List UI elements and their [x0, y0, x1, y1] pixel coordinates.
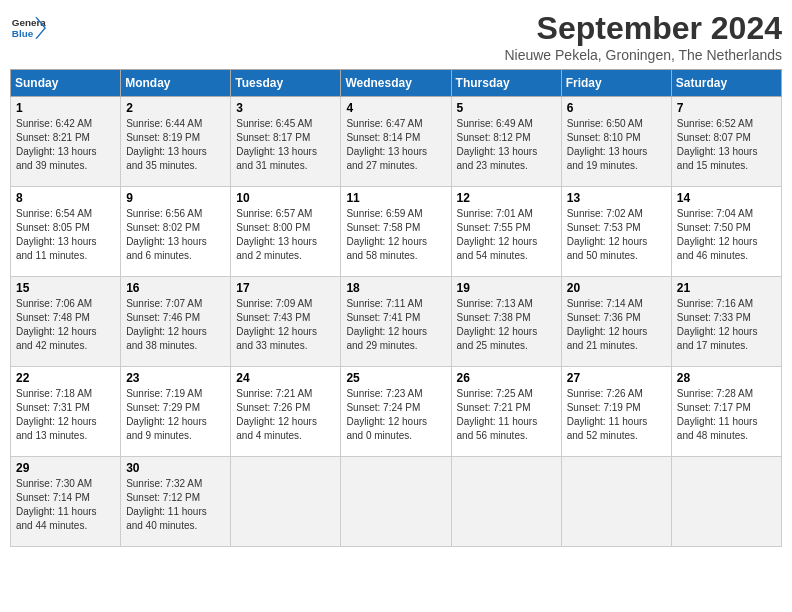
col-saturday: Saturday — [671, 70, 781, 97]
day-info: Sunrise: 7:09 AM Sunset: 7:43 PM Dayligh… — [236, 297, 335, 353]
calendar-cell: 6Sunrise: 6:50 AM Sunset: 8:10 PM Daylig… — [561, 97, 671, 187]
day-info: Sunrise: 6:59 AM Sunset: 7:58 PM Dayligh… — [346, 207, 445, 263]
day-info: Sunrise: 6:45 AM Sunset: 8:17 PM Dayligh… — [236, 117, 335, 173]
calendar-cell: 19Sunrise: 7:13 AM Sunset: 7:38 PM Dayli… — [451, 277, 561, 367]
day-info: Sunrise: 7:28 AM Sunset: 7:17 PM Dayligh… — [677, 387, 776, 443]
day-number: 14 — [677, 191, 776, 205]
day-number: 1 — [16, 101, 115, 115]
day-info: Sunrise: 6:52 AM Sunset: 8:07 PM Dayligh… — [677, 117, 776, 173]
calendar-cell: 21Sunrise: 7:16 AM Sunset: 7:33 PM Dayli… — [671, 277, 781, 367]
day-info: Sunrise: 6:49 AM Sunset: 8:12 PM Dayligh… — [457, 117, 556, 173]
col-monday: Monday — [121, 70, 231, 97]
day-number: 19 — [457, 281, 556, 295]
day-number: 8 — [16, 191, 115, 205]
calendar-week-row: 1Sunrise: 6:42 AM Sunset: 8:21 PM Daylig… — [11, 97, 782, 187]
day-info: Sunrise: 6:47 AM Sunset: 8:14 PM Dayligh… — [346, 117, 445, 173]
calendar-cell: 26Sunrise: 7:25 AM Sunset: 7:21 PM Dayli… — [451, 367, 561, 457]
calendar-cell: 10Sunrise: 6:57 AM Sunset: 8:00 PM Dayli… — [231, 187, 341, 277]
calendar-cell: 20Sunrise: 7:14 AM Sunset: 7:36 PM Dayli… — [561, 277, 671, 367]
day-number: 28 — [677, 371, 776, 385]
calendar-week-row: 22Sunrise: 7:18 AM Sunset: 7:31 PM Dayli… — [11, 367, 782, 457]
day-info: Sunrise: 7:26 AM Sunset: 7:19 PM Dayligh… — [567, 387, 666, 443]
col-wednesday: Wednesday — [341, 70, 451, 97]
day-number: 4 — [346, 101, 445, 115]
calendar-cell: 24Sunrise: 7:21 AM Sunset: 7:26 PM Dayli… — [231, 367, 341, 457]
day-info: Sunrise: 7:11 AM Sunset: 7:41 PM Dayligh… — [346, 297, 445, 353]
day-info: Sunrise: 7:07 AM Sunset: 7:46 PM Dayligh… — [126, 297, 225, 353]
calendar-cell: 11Sunrise: 6:59 AM Sunset: 7:58 PM Dayli… — [341, 187, 451, 277]
day-number: 11 — [346, 191, 445, 205]
calendar-week-row: 15Sunrise: 7:06 AM Sunset: 7:48 PM Dayli… — [11, 277, 782, 367]
calendar-cell: 8Sunrise: 6:54 AM Sunset: 8:05 PM Daylig… — [11, 187, 121, 277]
calendar-cell: 5Sunrise: 6:49 AM Sunset: 8:12 PM Daylig… — [451, 97, 561, 187]
calendar-cell: 12Sunrise: 7:01 AM Sunset: 7:55 PM Dayli… — [451, 187, 561, 277]
calendar-cell: 25Sunrise: 7:23 AM Sunset: 7:24 PM Dayli… — [341, 367, 451, 457]
svg-text:Blue: Blue — [12, 28, 34, 39]
day-number: 29 — [16, 461, 115, 475]
calendar-cell: 15Sunrise: 7:06 AM Sunset: 7:48 PM Dayli… — [11, 277, 121, 367]
day-info: Sunrise: 6:54 AM Sunset: 8:05 PM Dayligh… — [16, 207, 115, 263]
day-number: 26 — [457, 371, 556, 385]
day-number: 7 — [677, 101, 776, 115]
calendar-cell: 16Sunrise: 7:07 AM Sunset: 7:46 PM Dayli… — [121, 277, 231, 367]
subtitle: Nieuwe Pekela, Groningen, The Netherland… — [504, 47, 782, 63]
day-info: Sunrise: 7:06 AM Sunset: 7:48 PM Dayligh… — [16, 297, 115, 353]
day-number: 16 — [126, 281, 225, 295]
logo: General Blue — [10, 10, 46, 46]
day-info: Sunrise: 6:50 AM Sunset: 8:10 PM Dayligh… — [567, 117, 666, 173]
calendar-cell: 13Sunrise: 7:02 AM Sunset: 7:53 PM Dayli… — [561, 187, 671, 277]
logo-icon: General Blue — [10, 10, 46, 46]
calendar-cell: 30Sunrise: 7:32 AM Sunset: 7:12 PM Dayli… — [121, 457, 231, 547]
day-number: 21 — [677, 281, 776, 295]
day-number: 9 — [126, 191, 225, 205]
day-info: Sunrise: 7:04 AM Sunset: 7:50 PM Dayligh… — [677, 207, 776, 263]
calendar-cell: 4Sunrise: 6:47 AM Sunset: 8:14 PM Daylig… — [341, 97, 451, 187]
day-info: Sunrise: 7:25 AM Sunset: 7:21 PM Dayligh… — [457, 387, 556, 443]
day-number: 25 — [346, 371, 445, 385]
day-number: 20 — [567, 281, 666, 295]
calendar-header-row: Sunday Monday Tuesday Wednesday Thursday… — [11, 70, 782, 97]
calendar-cell: 1Sunrise: 6:42 AM Sunset: 8:21 PM Daylig… — [11, 97, 121, 187]
calendar-cell: 9Sunrise: 6:56 AM Sunset: 8:02 PM Daylig… — [121, 187, 231, 277]
calendar-week-row: 8Sunrise: 6:54 AM Sunset: 8:05 PM Daylig… — [11, 187, 782, 277]
day-number: 3 — [236, 101, 335, 115]
day-number: 13 — [567, 191, 666, 205]
col-thursday: Thursday — [451, 70, 561, 97]
calendar-cell: 18Sunrise: 7:11 AM Sunset: 7:41 PM Dayli… — [341, 277, 451, 367]
day-number: 2 — [126, 101, 225, 115]
calendar-cell: 29Sunrise: 7:30 AM Sunset: 7:14 PM Dayli… — [11, 457, 121, 547]
calendar-cell — [561, 457, 671, 547]
title-area: September 2024 Nieuwe Pekela, Groningen,… — [504, 10, 782, 63]
calendar-cell: 22Sunrise: 7:18 AM Sunset: 7:31 PM Dayli… — [11, 367, 121, 457]
calendar-cell: 3Sunrise: 6:45 AM Sunset: 8:17 PM Daylig… — [231, 97, 341, 187]
day-info: Sunrise: 7:32 AM Sunset: 7:12 PM Dayligh… — [126, 477, 225, 533]
calendar-cell: 2Sunrise: 6:44 AM Sunset: 8:19 PM Daylig… — [121, 97, 231, 187]
day-number: 15 — [16, 281, 115, 295]
day-info: Sunrise: 7:18 AM Sunset: 7:31 PM Dayligh… — [16, 387, 115, 443]
day-info: Sunrise: 6:42 AM Sunset: 8:21 PM Dayligh… — [16, 117, 115, 173]
calendar-cell — [671, 457, 781, 547]
calendar-cell: 23Sunrise: 7:19 AM Sunset: 7:29 PM Dayli… — [121, 367, 231, 457]
day-number: 18 — [346, 281, 445, 295]
day-info: Sunrise: 6:57 AM Sunset: 8:00 PM Dayligh… — [236, 207, 335, 263]
day-number: 24 — [236, 371, 335, 385]
calendar-week-row: 29Sunrise: 7:30 AM Sunset: 7:14 PM Dayli… — [11, 457, 782, 547]
day-info: Sunrise: 7:16 AM Sunset: 7:33 PM Dayligh… — [677, 297, 776, 353]
calendar: Sunday Monday Tuesday Wednesday Thursday… — [10, 69, 782, 547]
day-info: Sunrise: 6:56 AM Sunset: 8:02 PM Dayligh… — [126, 207, 225, 263]
day-info: Sunrise: 7:13 AM Sunset: 7:38 PM Dayligh… — [457, 297, 556, 353]
calendar-cell: 14Sunrise: 7:04 AM Sunset: 7:50 PM Dayli… — [671, 187, 781, 277]
col-sunday: Sunday — [11, 70, 121, 97]
day-info: Sunrise: 7:23 AM Sunset: 7:24 PM Dayligh… — [346, 387, 445, 443]
day-number: 22 — [16, 371, 115, 385]
calendar-cell: 7Sunrise: 6:52 AM Sunset: 8:07 PM Daylig… — [671, 97, 781, 187]
calendar-cell — [451, 457, 561, 547]
day-number: 30 — [126, 461, 225, 475]
day-info: Sunrise: 7:02 AM Sunset: 7:53 PM Dayligh… — [567, 207, 666, 263]
day-number: 12 — [457, 191, 556, 205]
calendar-cell — [341, 457, 451, 547]
calendar-cell: 27Sunrise: 7:26 AM Sunset: 7:19 PM Dayli… — [561, 367, 671, 457]
calendar-cell — [231, 457, 341, 547]
day-number: 5 — [457, 101, 556, 115]
day-number: 27 — [567, 371, 666, 385]
